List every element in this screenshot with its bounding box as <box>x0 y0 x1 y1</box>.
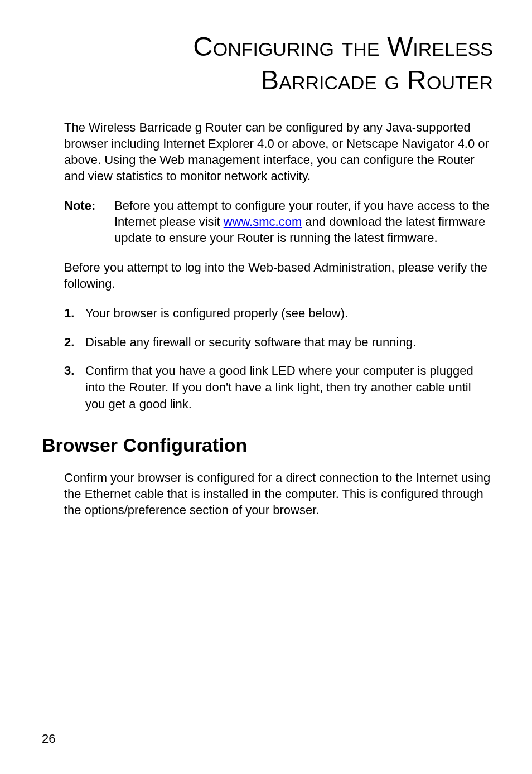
list-number: 2. <box>64 334 85 351</box>
page-number: 26 <box>42 732 55 746</box>
list-item: 3. Confirm that you have a good link LED… <box>64 362 493 412</box>
list-item: 1. Your browser is configured properly (… <box>64 305 493 322</box>
title-line-1: Configuring the Wireless <box>193 31 493 61</box>
section-heading: Browser Configuration <box>42 434 493 456</box>
list-text: Confirm that you have a good link LED wh… <box>85 362 493 412</box>
list-item: 2. Disable any firewall or security soft… <box>64 334 493 351</box>
list-number: 3. <box>64 362 85 412</box>
chapter-title: Configuring the Wireless Barricade g Rou… <box>64 30 493 97</box>
note-text: Before you attempt to configure your rou… <box>114 197 493 246</box>
note-block: Note: Before you attempt to configure yo… <box>64 197 493 246</box>
intro-paragraph: The Wireless Barricade g Router can be c… <box>64 119 493 184</box>
title-line-2: Barricade g Router <box>261 65 493 95</box>
list-number: 1. <box>64 305 85 322</box>
list-text: Disable any firewall or security softwar… <box>85 334 493 351</box>
pre-list-paragraph: Before you attempt to log into the Web-b… <box>64 259 493 292</box>
note-link[interactable]: www.smc.com <box>224 215 302 229</box>
page: Configuring the Wireless Barricade g Rou… <box>0 0 532 774</box>
list-text: Your browser is configured properly (see… <box>85 305 493 322</box>
note-label: Note: <box>64 197 114 246</box>
section-body: Confirm your browser is configured for a… <box>64 470 493 518</box>
